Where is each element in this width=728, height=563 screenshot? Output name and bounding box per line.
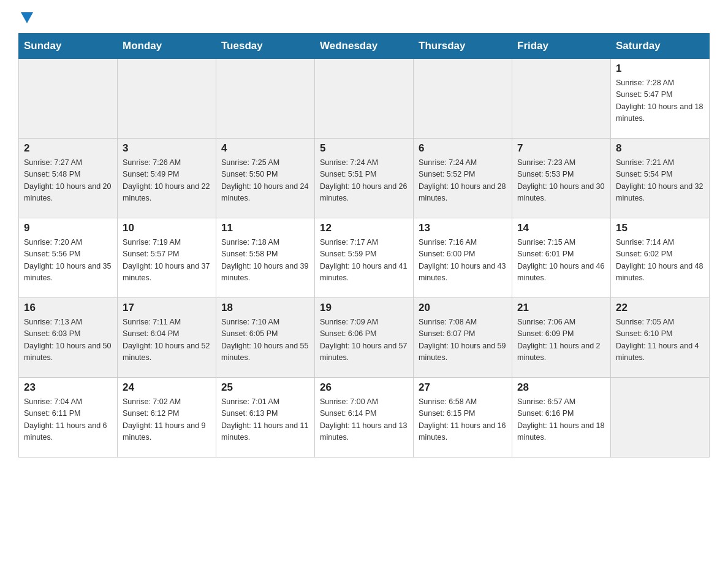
- day-number: 13: [419, 222, 507, 234]
- day-info: Sunrise: 7:16 AM Sunset: 6:00 PM Dayligh…: [419, 237, 507, 285]
- day-info: Sunrise: 7:15 AM Sunset: 6:01 PM Dayligh…: [517, 237, 605, 285]
- day-number: 5: [320, 142, 408, 155]
- day-number: 17: [123, 302, 211, 314]
- column-header-saturday: Saturday: [611, 34, 710, 59]
- calendar-cell: 7Sunrise: 7:23 AM Sunset: 5:53 PM Daylig…: [512, 139, 611, 218]
- day-info: Sunrise: 7:06 AM Sunset: 6:09 PM Dayligh…: [517, 316, 605, 364]
- day-info: Sunrise: 7:09 AM Sunset: 6:06 PM Dayligh…: [320, 316, 408, 364]
- day-number: 27: [419, 381, 507, 394]
- day-info: Sunrise: 7:17 AM Sunset: 5:59 PM Dayligh…: [320, 237, 408, 285]
- day-info: Sunrise: 6:58 AM Sunset: 6:15 PM Dayligh…: [419, 396, 507, 444]
- day-number: 10: [123, 222, 211, 234]
- column-header-monday: Monday: [118, 34, 216, 59]
- calendar-week-row: 1Sunrise: 7:28 AM Sunset: 5:47 PM Daylig…: [19, 59, 710, 139]
- column-header-sunday: Sunday: [19, 34, 118, 59]
- day-number: 25: [221, 381, 309, 394]
- calendar-cell: 13Sunrise: 7:16 AM Sunset: 6:00 PM Dayli…: [414, 218, 512, 298]
- day-number: 4: [221, 142, 309, 155]
- calendar-cell: [512, 59, 611, 139]
- calendar-cell: 6Sunrise: 7:24 AM Sunset: 5:52 PM Daylig…: [414, 139, 512, 218]
- calendar-cell: [216, 59, 315, 139]
- day-number: 8: [616, 142, 704, 155]
- day-number: 12: [320, 222, 408, 234]
- day-number: 23: [24, 381, 112, 394]
- day-info: Sunrise: 7:02 AM Sunset: 6:12 PM Dayligh…: [123, 396, 211, 444]
- page-header: [18, 12, 710, 23]
- calendar-cell: [315, 59, 414, 139]
- day-number: 24: [123, 381, 211, 394]
- day-number: 9: [24, 222, 112, 234]
- calendar-table: SundayMondayTuesdayWednesdayThursdayFrid…: [18, 33, 710, 458]
- day-info: Sunrise: 7:24 AM Sunset: 5:52 PM Dayligh…: [419, 157, 507, 205]
- day-number: 18: [221, 302, 309, 314]
- day-info: Sunrise: 7:23 AM Sunset: 5:53 PM Dayligh…: [517, 157, 605, 205]
- column-header-thursday: Thursday: [414, 34, 512, 59]
- calendar-cell: 16Sunrise: 7:13 AM Sunset: 6:03 PM Dayli…: [19, 298, 118, 378]
- calendar-cell: 4Sunrise: 7:25 AM Sunset: 5:50 PM Daylig…: [216, 139, 315, 218]
- day-number: 7: [517, 142, 605, 155]
- calendar-cell: 11Sunrise: 7:18 AM Sunset: 5:58 PM Dayli…: [216, 218, 315, 298]
- day-info: Sunrise: 7:18 AM Sunset: 5:58 PM Dayligh…: [221, 237, 309, 285]
- day-info: Sunrise: 7:28 AM Sunset: 5:47 PM Dayligh…: [616, 77, 704, 125]
- day-number: 26: [320, 381, 408, 394]
- day-number: 15: [616, 222, 704, 234]
- calendar-cell: 26Sunrise: 7:00 AM Sunset: 6:14 PM Dayli…: [315, 378, 414, 458]
- day-info: Sunrise: 7:11 AM Sunset: 6:04 PM Dayligh…: [123, 316, 211, 364]
- day-info: Sunrise: 7:27 AM Sunset: 5:48 PM Dayligh…: [24, 157, 112, 205]
- calendar-week-row: 23Sunrise: 7:04 AM Sunset: 6:11 PM Dayli…: [19, 378, 710, 458]
- calendar-cell: 1Sunrise: 7:28 AM Sunset: 5:47 PM Daylig…: [611, 59, 710, 139]
- calendar-cell: [19, 59, 118, 139]
- day-number: 21: [517, 302, 605, 314]
- calendar-cell: 2Sunrise: 7:27 AM Sunset: 5:48 PM Daylig…: [19, 139, 118, 218]
- calendar-cell: 20Sunrise: 7:08 AM Sunset: 6:07 PM Dayli…: [414, 298, 512, 378]
- calendar-cell: 10Sunrise: 7:19 AM Sunset: 5:57 PM Dayli…: [118, 218, 216, 298]
- day-info: Sunrise: 6:57 AM Sunset: 6:16 PM Dayligh…: [517, 396, 605, 444]
- day-info: Sunrise: 7:20 AM Sunset: 5:56 PM Dayligh…: [24, 237, 112, 285]
- column-header-tuesday: Tuesday: [216, 34, 315, 59]
- day-number: 11: [221, 222, 309, 234]
- column-header-wednesday: Wednesday: [315, 34, 414, 59]
- day-number: 3: [123, 142, 211, 155]
- calendar-week-row: 2Sunrise: 7:27 AM Sunset: 5:48 PM Daylig…: [19, 139, 710, 218]
- day-info: Sunrise: 7:26 AM Sunset: 5:49 PM Dayligh…: [123, 157, 211, 205]
- calendar-cell: 22Sunrise: 7:05 AM Sunset: 6:10 PM Dayli…: [611, 298, 710, 378]
- day-info: Sunrise: 7:25 AM Sunset: 5:50 PM Dayligh…: [221, 157, 309, 205]
- calendar-cell: 5Sunrise: 7:24 AM Sunset: 5:51 PM Daylig…: [315, 139, 414, 218]
- calendar-cell: 3Sunrise: 7:26 AM Sunset: 5:49 PM Daylig…: [118, 139, 216, 218]
- calendar-cell: 23Sunrise: 7:04 AM Sunset: 6:11 PM Dayli…: [19, 378, 118, 458]
- day-info: Sunrise: 7:04 AM Sunset: 6:11 PM Dayligh…: [24, 396, 112, 444]
- day-info: Sunrise: 7:14 AM Sunset: 6:02 PM Dayligh…: [616, 237, 704, 285]
- day-number: 14: [517, 222, 605, 234]
- day-info: Sunrise: 7:01 AM Sunset: 6:13 PM Dayligh…: [221, 396, 309, 444]
- calendar-cell: 18Sunrise: 7:10 AM Sunset: 6:05 PM Dayli…: [216, 298, 315, 378]
- calendar-cell: 12Sunrise: 7:17 AM Sunset: 5:59 PM Dayli…: [315, 218, 414, 298]
- day-number: 22: [616, 302, 704, 314]
- day-number: 19: [320, 302, 408, 314]
- day-info: Sunrise: 7:24 AM Sunset: 5:51 PM Dayligh…: [320, 157, 408, 205]
- day-number: 16: [24, 302, 112, 314]
- calendar-cell: 28Sunrise: 6:57 AM Sunset: 6:16 PM Dayli…: [512, 378, 611, 458]
- day-info: Sunrise: 7:10 AM Sunset: 6:05 PM Dayligh…: [221, 316, 309, 364]
- day-info: Sunrise: 7:13 AM Sunset: 6:03 PM Dayligh…: [24, 316, 112, 364]
- calendar-cell: 9Sunrise: 7:20 AM Sunset: 5:56 PM Daylig…: [19, 218, 118, 298]
- day-info: Sunrise: 7:21 AM Sunset: 5:54 PM Dayligh…: [616, 157, 704, 205]
- logo-triangle-icon: [21, 12, 33, 23]
- calendar-cell: 8Sunrise: 7:21 AM Sunset: 5:54 PM Daylig…: [611, 139, 710, 218]
- day-number: 20: [419, 302, 507, 314]
- day-number: 1: [616, 63, 704, 75]
- calendar-cell: 21Sunrise: 7:06 AM Sunset: 6:09 PM Dayli…: [512, 298, 611, 378]
- calendar-cell: [611, 378, 710, 458]
- calendar-cell: 25Sunrise: 7:01 AM Sunset: 6:13 PM Dayli…: [216, 378, 315, 458]
- calendar-cell: 27Sunrise: 6:58 AM Sunset: 6:15 PM Dayli…: [414, 378, 512, 458]
- calendar-header-row: SundayMondayTuesdayWednesdayThursdayFrid…: [19, 34, 710, 59]
- calendar-week-row: 9Sunrise: 7:20 AM Sunset: 5:56 PM Daylig…: [19, 218, 710, 298]
- calendar-cell: 14Sunrise: 7:15 AM Sunset: 6:01 PM Dayli…: [512, 218, 611, 298]
- calendar-cell: 15Sunrise: 7:14 AM Sunset: 6:02 PM Dayli…: [611, 218, 710, 298]
- calendar-cell: 17Sunrise: 7:11 AM Sunset: 6:04 PM Dayli…: [118, 298, 216, 378]
- logo: [18, 12, 33, 23]
- calendar-cell: [414, 59, 512, 139]
- calendar-cell: 24Sunrise: 7:02 AM Sunset: 6:12 PM Dayli…: [118, 378, 216, 458]
- calendar-cell: 19Sunrise: 7:09 AM Sunset: 6:06 PM Dayli…: [315, 298, 414, 378]
- calendar-week-row: 16Sunrise: 7:13 AM Sunset: 6:03 PM Dayli…: [19, 298, 710, 378]
- logo-text: [18, 12, 33, 26]
